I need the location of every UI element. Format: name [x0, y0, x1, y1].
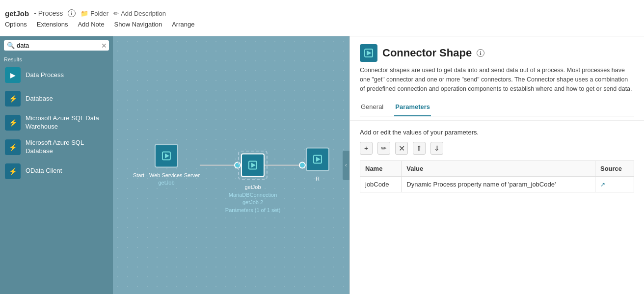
panel-description: Connector shapes are used to get data in…: [360, 66, 634, 93]
flow-node-r[interactable]: R: [306, 148, 329, 183]
svg-marker-5: [316, 157, 321, 162]
sidebar-item-azure-dw[interactable]: ⚡ Microsoft Azure SQL Data Warehouse: [0, 110, 113, 135]
tab-general[interactable]: General: [360, 98, 384, 116]
collapse-button[interactable]: ‹: [343, 151, 349, 180]
add-param-button[interactable]: +: [360, 142, 373, 155]
r-node-box: [306, 148, 329, 171]
sidebar-item-azure-db[interactable]: ⚡ Microsoft Azure SQL Database: [0, 135, 113, 160]
param-name: jobCode: [360, 177, 402, 192]
flow-node-getjob[interactable]: getJob MariaDBConnection getJob 2 Parame…: [241, 154, 265, 177]
external-link-icon[interactable]: ↗: [600, 181, 605, 188]
svg-marker-7: [367, 51, 372, 55]
dashed-border: [238, 151, 268, 180]
azure-db-icon: ⚡: [5, 139, 21, 155]
main-layout: 🔍 ✕ Results ▶ Data Process ⚡ Database ⚡ …: [0, 36, 644, 294]
edit-param-button[interactable]: ✏: [377, 142, 390, 155]
col-value: Value: [402, 161, 595, 177]
folder-link[interactable]: 📁 Folder: [80, 10, 108, 17]
flow-container: Start - Web Services Server getJob g: [133, 144, 329, 187]
sidebar-item-data-process[interactable]: ▶ Data Process: [0, 63, 113, 87]
panel-tabs: General Parameters: [360, 98, 634, 116]
sidebar-item-label-azure-db: Microsoft Azure SQL Database: [26, 139, 108, 156]
top-bar: getJob - Process ℹ 📁 Folder ✏ Add Descri…: [0, 0, 644, 36]
pencil-icon: ✏: [113, 10, 119, 17]
search-clear-button[interactable]: ✕: [101, 42, 107, 49]
extensions-link[interactable]: Extensions: [37, 20, 68, 29]
sidebar-item-label-azure-dw: Microsoft Azure SQL Data Warehouse: [26, 114, 108, 131]
results-label: Results: [0, 54, 113, 63]
flow-line-1: [200, 165, 234, 166]
sidebar-item-label-data-process: Data Process: [26, 71, 64, 80]
sidebar-item-label-database: Database: [26, 95, 53, 103]
flow-arrow-2: [265, 162, 306, 169]
panel-icon: [360, 44, 377, 62]
add-description-link[interactable]: ✏ Add Description: [113, 10, 166, 17]
table-row: jobCode Dynamic Process property name of…: [360, 177, 634, 192]
sidebar-item-database[interactable]: ⚡ Database: [0, 87, 113, 110]
col-name: Name: [360, 161, 402, 177]
app-name: getJob: [5, 9, 29, 18]
arrange-link[interactable]: Arrange: [172, 20, 194, 29]
panel-info-icon[interactable]: ℹ: [477, 49, 484, 57]
folder-label: Folder: [90, 10, 108, 17]
sidebar-item-odata[interactable]: ⚡ OData Client: [0, 160, 113, 183]
options-link[interactable]: Options: [5, 20, 27, 29]
search-input-wrap: 🔍 ✕: [4, 40, 109, 51]
right-panel: Connector Shape ℹ Connector shapes are u…: [349, 36, 644, 294]
panel-content: Add or edit the values of your parameter…: [350, 121, 644, 294]
panel-title: Connector Shape: [382, 47, 472, 59]
getjob-node-label: getJob MariaDBConnection getJob 2 Parame…: [225, 184, 281, 214]
move-up-button[interactable]: ⇑: [413, 142, 426, 155]
folder-icon: 📁: [80, 10, 88, 17]
add-desc-label: Add Description: [121, 10, 166, 17]
flow-line-2: [265, 165, 299, 166]
canvas-area[interactable]: Start - Web Services Server getJob g: [113, 36, 349, 294]
app-type: - Process: [34, 9, 63, 17]
params-table: Name Value Source jobCode Dynamic Proces…: [360, 160, 634, 192]
add-note-link[interactable]: Add Note: [78, 20, 104, 29]
move-down-button[interactable]: ⇓: [430, 142, 443, 155]
sidebar-item-label-odata: OData Client: [26, 167, 62, 175]
start-node-label: Start - Web Services Server getJob: [133, 171, 200, 187]
getjob-node-wrapper: [241, 154, 265, 177]
app-info-icon[interactable]: ℹ: [68, 9, 76, 17]
search-box: 🔍 ✕: [0, 36, 113, 54]
sidebar: 🔍 ✕ Results ▶ Data Process ⚡ Database ⚡ …: [0, 36, 113, 294]
database-icon: ⚡: [5, 91, 21, 107]
param-value: Dynamic Process property name of 'param_…: [402, 177, 595, 192]
search-icon: 🔍: [7, 42, 15, 49]
r-node-label: R: [316, 175, 320, 183]
flow-arrow-1: [200, 162, 241, 169]
tab-parameters[interactable]: Parameters: [394, 98, 431, 116]
azure-dw-icon: ⚡: [5, 115, 21, 131]
search-input[interactable]: [17, 42, 99, 49]
content-subtitle: Add or edit the values of your parameter…: [360, 129, 634, 136]
odata-icon: ⚡: [5, 163, 21, 179]
flow-node-start[interactable]: Start - Web Services Server getJob: [133, 144, 200, 187]
col-source: Source: [595, 161, 634, 177]
panel-header: Connector Shape ℹ Connector shapes are u…: [350, 36, 644, 121]
data-process-icon: ▶: [5, 67, 21, 83]
flow-dot-2: [299, 162, 306, 169]
param-source: ↗: [595, 177, 634, 192]
start-node-box: [155, 144, 178, 167]
params-toolbar: + ✏ ✕ ⇑ ⇓: [360, 142, 634, 155]
svg-marker-1: [165, 153, 169, 158]
delete-param-button[interactable]: ✕: [395, 142, 408, 155]
show-navigation-link[interactable]: Show Navigation: [114, 20, 162, 29]
